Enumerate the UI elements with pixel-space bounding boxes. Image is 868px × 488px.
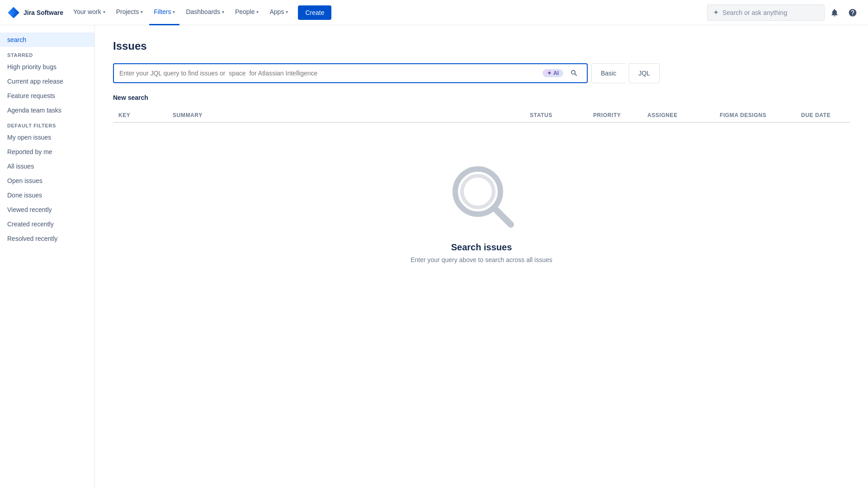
nav-your-work[interactable]: Your work ▾ xyxy=(69,0,110,25)
issues-table-header: Key Summary Status Priority Assignee Fig… xyxy=(113,108,850,123)
sidebar-item-high-priority-bugs[interactable]: High priority bugs xyxy=(0,60,94,74)
global-search-bar[interactable]: ✦ Search or ask anything xyxy=(707,5,825,21)
app-name: Jira Software xyxy=(24,9,63,16)
sidebar-item-feature-requests[interactable]: Feature requests xyxy=(0,89,94,103)
chevron-down-icon: ▾ xyxy=(286,9,288,14)
jql-mode-button[interactable]: JQL xyxy=(629,63,660,83)
sidebar-item-resolved-recently[interactable]: Resolved recently xyxy=(0,231,94,246)
col-header-status: Status xyxy=(524,112,588,118)
col-header-figma: Figma Designs xyxy=(714,112,796,118)
main-content: Issues ✦ AI Basic JQL New search xyxy=(95,25,868,488)
jira-logo-icon xyxy=(7,6,20,19)
nav-dashboards[interactable]: Dashboards ▾ xyxy=(181,0,229,25)
sidebar-item-current-app-release[interactable]: Current app release xyxy=(0,74,94,89)
nav-projects[interactable]: Projects ▾ xyxy=(112,0,148,25)
bell-icon xyxy=(830,8,839,17)
chevron-down-icon: ▾ xyxy=(256,9,259,14)
sidebar-item-done-issues[interactable]: Done issues xyxy=(0,188,94,202)
spark-icon: ✦ xyxy=(713,8,719,17)
sidebar-item-search[interactable]: search xyxy=(0,33,94,47)
empty-state: Search issues Enter your query above to … xyxy=(113,123,850,282)
logo[interactable]: Jira Software xyxy=(7,6,63,19)
nav-people[interactable]: People ▾ xyxy=(231,0,264,25)
sidebar-item-all-issues[interactable]: All issues xyxy=(0,159,94,174)
jql-input-container[interactable]: ✦ AI xyxy=(113,63,588,83)
chevron-down-icon: ▾ xyxy=(222,9,224,14)
basic-mode-button[interactable]: Basic xyxy=(591,63,625,83)
chevron-down-icon: ▾ xyxy=(141,9,143,14)
col-header-priority: Priority xyxy=(588,112,642,118)
notifications-button[interactable] xyxy=(826,5,843,21)
nav-filters[interactable]: Filters ▾ xyxy=(149,0,179,25)
sidebar-item-my-open-issues[interactable]: My open issues xyxy=(0,130,94,145)
jql-input[interactable] xyxy=(119,70,539,77)
search-placeholder-text: Search or ask anything xyxy=(722,9,787,16)
page-title: Issues xyxy=(113,40,850,52)
create-button[interactable]: Create xyxy=(298,5,331,20)
ai-badge[interactable]: ✦ AI xyxy=(542,69,563,77)
svg-line-1 xyxy=(494,208,511,225)
chevron-down-icon: ▾ xyxy=(103,9,105,14)
spark-ai-icon: ✦ xyxy=(547,70,552,76)
help-icon xyxy=(848,8,857,17)
sidebar-item-reported-by-me[interactable]: Reported by me xyxy=(0,145,94,159)
svg-point-2 xyxy=(462,176,494,207)
jql-search-wrapper: ✦ AI Basic JQL xyxy=(113,63,850,83)
nav-apps[interactable]: Apps ▾ xyxy=(265,0,292,25)
sidebar-default-heading: DEFAULT FILTERS xyxy=(0,117,94,130)
col-header-summary: Summary xyxy=(167,112,524,118)
search-illustration-icon xyxy=(445,159,518,231)
page-layout: search STARRED High priority bugs Curren… xyxy=(0,25,868,488)
empty-state-title: Search issues xyxy=(451,242,512,253)
sidebar-item-created-recently[interactable]: Created recently xyxy=(0,217,94,231)
new-search-label: New search xyxy=(113,94,850,101)
chevron-down-icon: ▾ xyxy=(173,9,175,14)
search-icon xyxy=(570,69,578,77)
empty-state-subtitle: Enter your query above to search across … xyxy=(410,256,552,263)
top-navigation: Jira Software Your work ▾ Projects ▾ Fil… xyxy=(0,0,868,25)
sidebar-starred-heading: STARRED xyxy=(0,47,94,60)
col-header-key: Key xyxy=(113,112,167,118)
jql-search-button[interactable] xyxy=(567,66,581,80)
col-header-assignee: Assignee xyxy=(642,112,714,118)
sidebar-item-open-issues[interactable]: Open issues xyxy=(0,174,94,188)
help-button[interactable] xyxy=(844,5,861,21)
sidebar: search STARRED High priority bugs Curren… xyxy=(0,25,95,488)
sidebar-item-agenda-team-tasks[interactable]: Agenda team tasks xyxy=(0,103,94,117)
sidebar-item-viewed-recently[interactable]: Viewed recently xyxy=(0,202,94,217)
col-header-due-date: Due date xyxy=(796,112,850,118)
